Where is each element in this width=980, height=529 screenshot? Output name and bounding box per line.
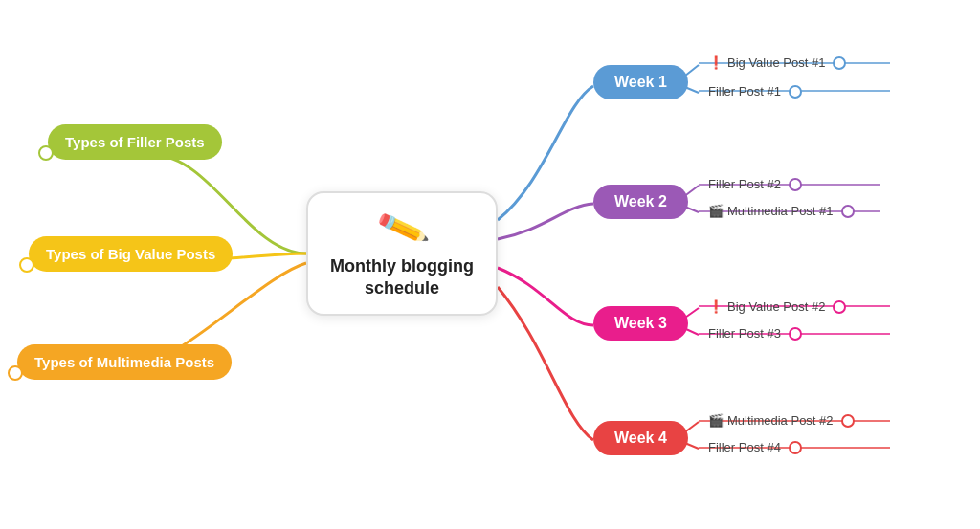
week2-post1-dot [789,178,802,191]
week2-post1-label: Filler Post #2 [708,177,781,191]
filler-connector-dot [38,145,54,161]
week3-post2: Filler Post #3 [708,326,802,341]
week4-post2: Filler Post #4 [708,440,802,454]
multimedia-icon: 🎬 [708,204,724,218]
bigvalue-icon: ❗ [708,55,724,70]
week2-node[interactable]: Week 2 [593,185,688,219]
week3-node[interactable]: Week 3 [593,306,688,341]
week3-post1-label: Big Value Post #2 [727,299,825,314]
week1-label: Week 1 [614,74,667,91]
filler-posts-label: Types of Filler Posts [65,134,205,150]
multimedia-posts-node[interactable]: Types of Multimedia Posts [17,344,232,380]
week4-post1-dot [841,414,855,428]
week3-post2-dot [789,327,802,341]
bigvalue2-icon: ❗ [708,299,724,314]
filler-posts-node[interactable]: Types of Filler Posts [48,124,222,160]
multimedia-posts-label: Types of Multimedia Posts [34,354,214,370]
week1-post1: ❗ Big Value Post #1 [708,55,846,70]
week3-post1: ❗ Big Value Post #2 [708,299,846,314]
week4-label: Week 4 [614,430,667,447]
week3-label: Week 3 [614,315,667,332]
bigvalue-connector-dot [19,257,34,273]
bigvalue-posts-label: Types of Big Value Posts [46,246,215,262]
week2-post2-dot [841,205,855,218]
week4-post1: 🎬 Multimedia Post #2 [708,413,855,428]
week2-label: Week 2 [614,193,667,210]
week4-post2-label: Filler Post #4 [708,440,781,454]
week1-post2-dot [789,85,802,99]
week4-post1-label: Multimedia Post #2 [727,413,834,428]
week2-post2: 🎬 Multimedia Post #1 [708,204,855,218]
multimedia-connector-dot [8,365,23,381]
mind-map-canvas: ✏️ Monthly blogging schedule Types of Fi… [0,0,980,529]
pencil-icon: ✏️ [373,201,430,255]
week3-post2-label: Filler Post #3 [708,326,781,341]
week4-node[interactable]: Week 4 [593,421,688,455]
week1-post2-label: Filler Post #1 [708,84,781,99]
week2-post1: Filler Post #2 [708,177,802,191]
multimedia2-icon: 🎬 [708,413,724,428]
week4-post2-dot [789,441,802,454]
center-node: ✏️ Monthly blogging schedule [306,191,498,316]
center-title: Monthly blogging schedule [308,255,496,300]
week1-post1-dot [833,56,846,70]
week2-post2-label: Multimedia Post #1 [727,204,834,218]
week1-node[interactable]: Week 1 [593,65,688,99]
week3-post1-dot [833,300,846,314]
bigvalue-posts-node[interactable]: Types of Big Value Posts [29,236,233,272]
week1-post1-label: Big Value Post #1 [727,55,825,70]
week1-post2: Filler Post #1 [708,84,802,99]
